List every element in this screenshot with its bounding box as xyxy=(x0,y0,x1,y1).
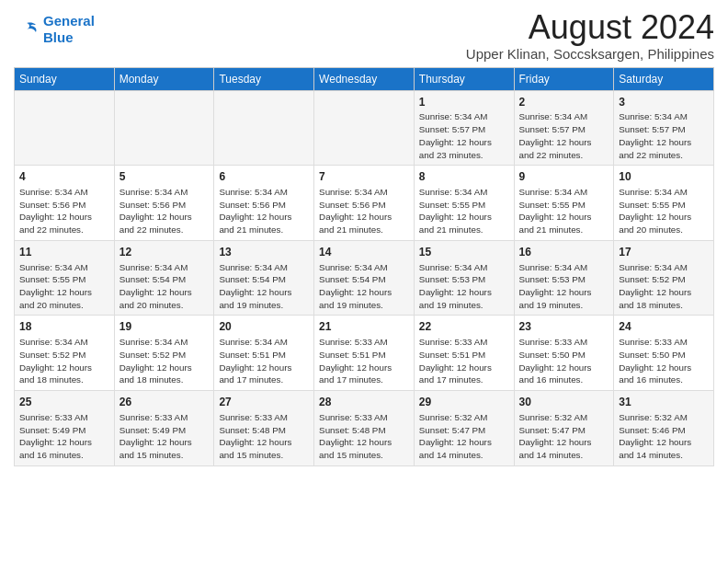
day-number: 16 xyxy=(519,245,609,260)
calendar-cell: 15Sunrise: 5:34 AM Sunset: 5:53 PM Dayli… xyxy=(414,240,514,316)
calendar-cell: 13Sunrise: 5:34 AM Sunset: 5:54 PM Dayli… xyxy=(214,240,314,316)
calendar-cell: 21Sunrise: 5:33 AM Sunset: 5:51 PM Dayli… xyxy=(314,316,415,391)
cell-info: Sunrise: 5:34 AM Sunset: 5:54 PM Dayligh… xyxy=(219,261,309,312)
cell-info: Sunrise: 5:34 AM Sunset: 5:56 PM Dayligh… xyxy=(319,186,409,236)
calendar-row: 4Sunrise: 5:34 AM Sunset: 5:56 PM Daylig… xyxy=(15,166,714,241)
header-row: SundayMondayTuesdayWednesdayThursdayFrid… xyxy=(15,67,714,90)
calendar-cell: 26Sunrise: 5:33 AM Sunset: 5:49 PM Dayli… xyxy=(114,391,214,466)
cell-info: Sunrise: 5:33 AM Sunset: 5:48 PM Dayligh… xyxy=(319,411,409,462)
day-number: 31 xyxy=(619,395,709,410)
day-number: 15 xyxy=(419,245,509,260)
logo-line1: General xyxy=(43,13,95,29)
calendar-cell: 7Sunrise: 5:34 AM Sunset: 5:56 PM Daylig… xyxy=(314,166,415,241)
calendar-row: 11Sunrise: 5:34 AM Sunset: 5:55 PM Dayli… xyxy=(15,240,714,316)
cell-info: Sunrise: 5:32 AM Sunset: 5:46 PM Dayligh… xyxy=(619,411,709,462)
day-number: 4 xyxy=(19,169,109,185)
cell-info: Sunrise: 5:34 AM Sunset: 5:51 PM Dayligh… xyxy=(219,336,309,386)
calendar-cell: 24Sunrise: 5:33 AM Sunset: 5:50 PM Dayli… xyxy=(614,316,714,391)
day-number: 22 xyxy=(419,319,509,335)
cell-info: Sunrise: 5:34 AM Sunset: 5:57 PM Dayligh… xyxy=(619,110,709,161)
calendar-cell: 23Sunrise: 5:33 AM Sunset: 5:50 PM Dayli… xyxy=(514,316,614,391)
calendar-cell: 18Sunrise: 5:34 AM Sunset: 5:52 PM Dayli… xyxy=(15,316,115,391)
cell-info: Sunrise: 5:34 AM Sunset: 5:54 PM Dayligh… xyxy=(119,261,210,312)
day-number: 19 xyxy=(119,319,210,335)
logo-text: General Blue xyxy=(43,13,95,46)
day-number: 20 xyxy=(219,319,309,335)
calendar-cell: 5Sunrise: 5:34 AM Sunset: 5:56 PM Daylig… xyxy=(114,166,214,241)
day-number: 30 xyxy=(519,395,609,410)
title-block: August 2024 Upper Klinan, Soccsksargen, … xyxy=(466,9,714,62)
calendar-cell: 1Sunrise: 5:34 AM Sunset: 5:57 PM Daylig… xyxy=(414,90,514,166)
day-number: 6 xyxy=(219,169,309,185)
cell-info: Sunrise: 5:34 AM Sunset: 5:52 PM Dayligh… xyxy=(119,336,210,386)
logo: General Blue xyxy=(14,13,95,46)
day-number: 29 xyxy=(419,395,509,410)
cell-info: Sunrise: 5:32 AM Sunset: 5:47 PM Dayligh… xyxy=(419,411,509,462)
day-number: 12 xyxy=(119,245,210,260)
calendar-cell: 17Sunrise: 5:34 AM Sunset: 5:52 PM Dayli… xyxy=(614,240,714,316)
calendar-cell: 28Sunrise: 5:33 AM Sunset: 5:48 PM Dayli… xyxy=(314,391,415,466)
calendar-cell: 10Sunrise: 5:34 AM Sunset: 5:55 PM Dayli… xyxy=(614,166,714,241)
calendar-cell: 9Sunrise: 5:34 AM Sunset: 5:55 PM Daylig… xyxy=(514,166,614,241)
cell-info: Sunrise: 5:34 AM Sunset: 5:57 PM Dayligh… xyxy=(519,110,609,161)
calendar-cell xyxy=(15,90,115,166)
cell-info: Sunrise: 5:34 AM Sunset: 5:52 PM Dayligh… xyxy=(19,336,109,386)
cell-info: Sunrise: 5:34 AM Sunset: 5:53 PM Dayligh… xyxy=(519,261,609,312)
cell-info: Sunrise: 5:34 AM Sunset: 5:52 PM Dayligh… xyxy=(619,261,709,312)
cell-info: Sunrise: 5:34 AM Sunset: 5:55 PM Dayligh… xyxy=(619,186,709,236)
day-number: 3 xyxy=(619,95,709,110)
calendar-cell: 4Sunrise: 5:34 AM Sunset: 5:56 PM Daylig… xyxy=(15,166,115,241)
calendar-cell: 14Sunrise: 5:34 AM Sunset: 5:54 PM Dayli… xyxy=(314,240,415,316)
day-number: 25 xyxy=(19,395,109,410)
calendar-row: 18Sunrise: 5:34 AM Sunset: 5:52 PM Dayli… xyxy=(15,316,714,391)
header-sunday: Sunday xyxy=(15,67,115,90)
page-header: General Blue August 2024 Upper Klinan, S… xyxy=(14,9,714,62)
cell-info: Sunrise: 5:33 AM Sunset: 5:49 PM Dayligh… xyxy=(19,411,109,462)
day-number: 1 xyxy=(419,95,509,110)
cell-info: Sunrise: 5:33 AM Sunset: 5:51 PM Dayligh… xyxy=(419,336,509,386)
calendar-cell xyxy=(114,90,214,166)
calendar-table: SundayMondayTuesdayWednesdayThursdayFrid… xyxy=(14,67,714,466)
main-title: August 2024 xyxy=(466,9,714,46)
cell-info: Sunrise: 5:33 AM Sunset: 5:50 PM Dayligh… xyxy=(519,336,609,386)
calendar-cell: 25Sunrise: 5:33 AM Sunset: 5:49 PM Dayli… xyxy=(15,391,115,466)
header-wednesday: Wednesday xyxy=(314,67,415,90)
day-number: 8 xyxy=(419,169,509,185)
day-number: 11 xyxy=(19,245,109,260)
day-number: 10 xyxy=(619,169,709,185)
calendar-cell: 29Sunrise: 5:32 AM Sunset: 5:47 PM Dayli… xyxy=(414,391,514,466)
cell-info: Sunrise: 5:34 AM Sunset: 5:55 PM Dayligh… xyxy=(19,261,109,312)
header-saturday: Saturday xyxy=(614,67,714,90)
logo-icon xyxy=(14,19,40,40)
cell-info: Sunrise: 5:34 AM Sunset: 5:57 PM Dayligh… xyxy=(419,110,509,161)
day-number: 21 xyxy=(319,319,409,335)
day-number: 27 xyxy=(219,395,309,410)
header-thursday: Thursday xyxy=(414,67,514,90)
calendar-cell: 2Sunrise: 5:34 AM Sunset: 5:57 PM Daylig… xyxy=(514,90,614,166)
calendar-cell: 22Sunrise: 5:33 AM Sunset: 5:51 PM Dayli… xyxy=(414,316,514,391)
calendar-cell: 27Sunrise: 5:33 AM Sunset: 5:48 PM Dayli… xyxy=(214,391,314,466)
calendar-cell: 8Sunrise: 5:34 AM Sunset: 5:55 PM Daylig… xyxy=(414,166,514,241)
day-number: 13 xyxy=(219,245,309,260)
day-number: 18 xyxy=(19,319,109,335)
day-number: 2 xyxy=(519,95,609,110)
calendar-body: 1Sunrise: 5:34 AM Sunset: 5:57 PM Daylig… xyxy=(15,90,714,465)
calendar-cell xyxy=(214,90,314,166)
calendar-header: SundayMondayTuesdayWednesdayThursdayFrid… xyxy=(15,67,714,90)
header-friday: Friday xyxy=(514,67,614,90)
day-number: 28 xyxy=(319,395,409,410)
cell-info: Sunrise: 5:34 AM Sunset: 5:56 PM Dayligh… xyxy=(119,186,210,236)
calendar-cell: 20Sunrise: 5:34 AM Sunset: 5:51 PM Dayli… xyxy=(214,316,314,391)
calendar-cell: 19Sunrise: 5:34 AM Sunset: 5:52 PM Dayli… xyxy=(114,316,214,391)
cell-info: Sunrise: 5:34 AM Sunset: 5:53 PM Dayligh… xyxy=(419,261,509,312)
day-number: 23 xyxy=(519,319,609,335)
header-monday: Monday xyxy=(114,67,214,90)
logo-line2: Blue xyxy=(43,29,74,45)
calendar-cell: 31Sunrise: 5:32 AM Sunset: 5:46 PM Dayli… xyxy=(614,391,714,466)
calendar-cell: 30Sunrise: 5:32 AM Sunset: 5:47 PM Dayli… xyxy=(514,391,614,466)
cell-info: Sunrise: 5:34 AM Sunset: 5:55 PM Dayligh… xyxy=(519,186,609,236)
cell-info: Sunrise: 5:33 AM Sunset: 5:51 PM Dayligh… xyxy=(319,336,409,386)
cell-info: Sunrise: 5:34 AM Sunset: 5:54 PM Dayligh… xyxy=(319,261,409,312)
day-number: 14 xyxy=(319,245,409,260)
cell-info: Sunrise: 5:34 AM Sunset: 5:56 PM Dayligh… xyxy=(19,186,109,236)
